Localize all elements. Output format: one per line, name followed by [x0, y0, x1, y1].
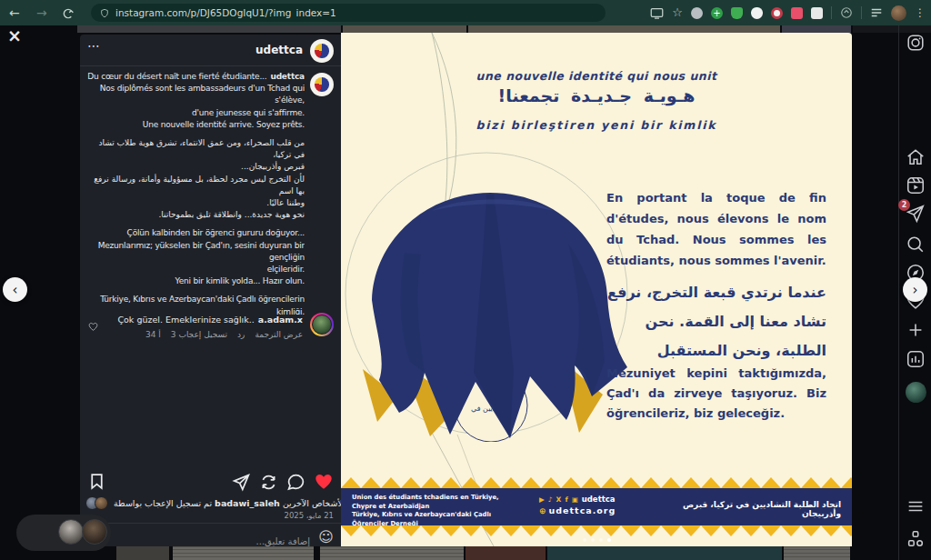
- comment-likes[interactable]: 3 تسجيل إعجاب: [171, 330, 227, 339]
- browser-profile-avatar[interactable]: [891, 5, 906, 21]
- sidebar-create-icon[interactable]: [906, 320, 926, 344]
- sidebar-menu-icon[interactable]: [906, 496, 926, 520]
- share-icon[interactable]: [232, 473, 251, 492]
- caption-tr-1: Çölün kalbinden bir öğrenci gururu doğuy…: [85, 227, 305, 287]
- toolbar-separator: [831, 6, 832, 19]
- browser-menu-icon[interactable]: ⋮: [915, 0, 926, 25]
- liked-by-prefix: تم تسجيل الإعجاب بواسطة: [114, 498, 212, 508]
- comment-reply-button[interactable]: رد: [237, 330, 245, 339]
- toolbar-separator: [861, 6, 862, 19]
- sidebar-insights-icon[interactable]: [906, 349, 926, 373]
- sync-icon[interactable]: [840, 6, 853, 19]
- globe-icon: ⊕: [539, 506, 547, 515]
- sidebar-search-icon[interactable]: [906, 235, 926, 258]
- cast-icon[interactable]: [650, 7, 664, 19]
- sidebar-profile-avatar[interactable]: [906, 382, 926, 403]
- repost-icon[interactable]: [259, 473, 278, 492]
- post-details-panel: ⋯ udettca Du cœur du désert naît une fie…: [80, 35, 341, 546]
- comment-see-translation[interactable]: عرض الترجمة: [255, 330, 303, 339]
- extension-bell-icon[interactable]: [751, 7, 763, 19]
- liker-avatar: [95, 496, 108, 510]
- emoji-icon[interactable]: ☺: [318, 529, 334, 545]
- extension-add-icon[interactable]: +: [711, 7, 723, 19]
- carousel-prev-button[interactable]: ‹: [3, 277, 27, 302]
- caption-username[interactable]: udettca: [270, 71, 305, 83]
- poster-title-fr: une nouvelle identité qui nous unit: [341, 69, 852, 83]
- like-heart-icon[interactable]: [314, 472, 334, 492]
- sidebar-reels-icon[interactable]: [906, 175, 926, 199]
- instagram-mini-icon: ▣: [572, 495, 579, 504]
- post-date: 21 مايو، 2025: [284, 511, 334, 520]
- commenter-username[interactable]: a.adam.x: [258, 315, 303, 325]
- carousel-dot-active[interactable]: [607, 538, 611, 542]
- chevron-right-icon: ›: [913, 282, 918, 298]
- chevron-left-icon: ‹: [13, 282, 18, 298]
- extensions-puzzle-icon[interactable]: [811, 7, 823, 19]
- liker-avatars[interactable]: [85, 496, 108, 510]
- author-username[interactable]: udettca: [255, 44, 303, 56]
- zigzag-bottom: [341, 525, 852, 536]
- comment-input-wrap: [118, 531, 312, 548]
- save-bookmark-icon[interactable]: [87, 472, 106, 495]
- site-settings-icon[interactable]: [100, 8, 109, 18]
- footer-divider: [80, 523, 341, 524]
- address-bar[interactable]: instagram.com/p/DJ65DOgIqU1/?img_index=1: [91, 4, 606, 22]
- header-divider: [80, 65, 341, 66]
- comment-time: 34 أ: [145, 330, 161, 339]
- extension-shield-icon[interactable]: [731, 7, 743, 19]
- call-pip-widget[interactable]: [16, 515, 111, 551]
- caption-avatar[interactable]: [310, 73, 334, 96]
- extension-pink-icon[interactable]: [791, 7, 803, 19]
- comment-icon[interactable]: [286, 473, 305, 492]
- carousel-dot[interactable]: [591, 538, 595, 542]
- liked-by-row: تم تسجيل الإعجاب بواسطة badawi_saleh و73…: [85, 496, 334, 510]
- carousel-dot[interactable]: [599, 538, 603, 542]
- add-comment-input[interactable]: [118, 535, 312, 547]
- messages-badge: 2: [898, 199, 910, 211]
- bookmark-star-icon[interactable]: ☆: [672, 0, 683, 25]
- post-options-icon[interactable]: ⋯: [87, 38, 101, 53]
- draped-cloth-illustration: التشاديين في: [350, 135, 639, 442]
- sidebar-home-icon[interactable]: [906, 147, 926, 171]
- instagram-logo-icon[interactable]: [906, 33, 926, 56]
- browser-toolbar: ← → instagram.com/p/DJ65DOgIqU1/?img_ind…: [0, 0, 931, 25]
- liked-by-text: تم تسجيل الإعجاب بواسطة badawi_saleh و73…: [114, 498, 377, 508]
- zigzag-top: [341, 477, 852, 488]
- caption-block: Du cœur du désert naît une fierté étudia…: [85, 71, 305, 315]
- caption-tr-2: Türkiye, Kıbrıs ve Azerbaycan'daki Çadlı…: [85, 294, 305, 315]
- poster-title-tr: bizi birleştiren yeni bir kimlik: [341, 118, 852, 132]
- close-icon[interactable]: ×: [7, 27, 22, 44]
- sidebar-messages-icon[interactable]: 2: [906, 204, 926, 227]
- reload-icon[interactable]: [62, 6, 75, 24]
- carousel-dot[interactable]: [583, 538, 586, 542]
- footer-social: ▶ ♪ X f ▣ udettca ⊕ udettca.org: [539, 495, 662, 515]
- screen: ← → instagram.com/p/DJ65DOgIqU1/?img_ind…: [0, 0, 931, 560]
- footer-handle: udettca: [582, 495, 616, 504]
- forward-icon[interactable]: →: [36, 0, 47, 25]
- author-avatar[interactable]: [310, 39, 334, 63]
- comment-row: Çok güzel. Emeklerinize sağlık.. a.adam.…: [107, 315, 303, 339]
- post-image[interactable]: une nouvelle identité qui nous unit هـوي…: [341, 33, 852, 546]
- poster-footer-banner: Union des étudiants tchadiens en Türkiye…: [341, 488, 852, 525]
- footer-org-ar: اتحاد الطلبة التشاديين في تركيا، قبرص وأ…: [659, 500, 841, 518]
- back-icon[interactable]: ←: [9, 0, 20, 25]
- extension-history-icon[interactable]: [691, 7, 703, 19]
- tab-list-icon[interactable]: [870, 7, 883, 18]
- post-actions: [232, 472, 334, 492]
- footer-org-fr: Union des étudiants tchadiens en Türkiye…: [352, 494, 525, 511]
- liked-by-username[interactable]: badawi_saleh: [215, 498, 280, 508]
- comment-text: Çok güzel. Emeklerinize sağlık..: [117, 315, 254, 325]
- commenter-avatar[interactable]: [310, 313, 334, 336]
- browser-actions: ☆ + ⋮: [650, 0, 926, 25]
- extension-play-icon[interactable]: [771, 7, 783, 19]
- pip-avatar: [82, 519, 107, 545]
- facebook-icon: f: [565, 495, 568, 504]
- poster-paragraph-ar: عندما نرتدي قبعة التخرج، نرفع تشاد معنا …: [606, 278, 826, 365]
- youtube-icon: ▶: [539, 495, 546, 504]
- sidebar-meta-apps-icon[interactable]: [906, 529, 926, 553]
- comment-like-heart-icon[interactable]: [88, 318, 98, 335]
- poster-title-ar: هـويـة جـديـدة تجمعنا!: [341, 85, 852, 105]
- url-text[interactable]: instagram.com/p/DJ65DOgIqU1/?img_index=1: [115, 7, 336, 18]
- caption-fr-line1: Du cœur du désert naît une fierté étudia…: [87, 71, 266, 83]
- carousel-next-button[interactable]: ›: [903, 277, 927, 302]
